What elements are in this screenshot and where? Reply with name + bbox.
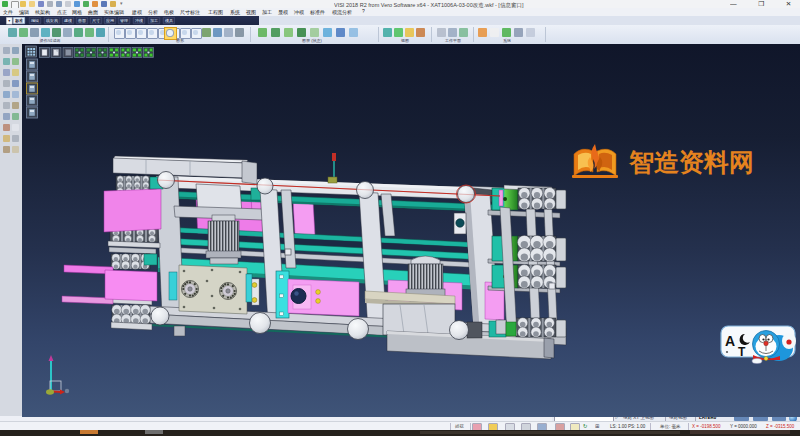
svg-text:T: T	[738, 345, 746, 359]
svg-text:A: A	[725, 333, 735, 349]
svg-text:智造资料网: 智造资料网	[628, 148, 754, 176]
